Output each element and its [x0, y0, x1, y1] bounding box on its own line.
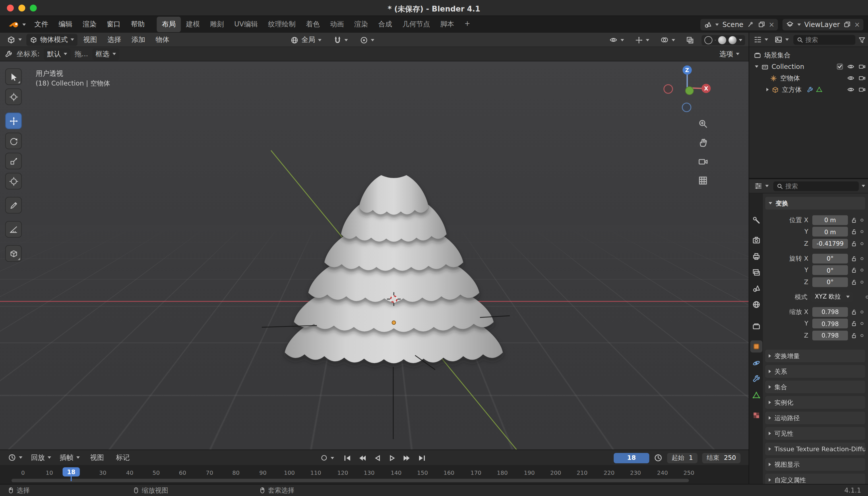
animate-dot[interactable] — [861, 218, 864, 221]
animate-dot[interactable] — [861, 322, 864, 325]
section-collections[interactable]: 集合 — [765, 381, 865, 393]
section-motion-paths[interactable]: 运动路径 — [765, 412, 865, 424]
timeline-view-menu[interactable]: 视图 — [85, 450, 109, 465]
timecode-icon[interactable] — [654, 453, 663, 462]
shading-material-button[interactable] — [718, 36, 726, 44]
animate-dot[interactable] — [861, 230, 864, 233]
section-tissue[interactable]: Tissue Texture Reaction-Diffusion — [765, 443, 865, 455]
new-scene-icon[interactable] — [758, 21, 765, 28]
menu-help[interactable]: 帮助 — [126, 17, 150, 32]
play-reverse-button[interactable] — [372, 453, 382, 463]
move-tool[interactable] — [5, 112, 22, 129]
tab-data[interactable] — [750, 389, 762, 401]
workspace-tab-texture-paint[interactable]: 纹理绘制 — [263, 17, 301, 32]
tab-view-layer[interactable] — [750, 266, 762, 278]
gizmo-x-neg-axis[interactable] — [664, 85, 672, 93]
filter-icon[interactable] — [858, 36, 866, 43]
outliner-row-empty[interactable]: 空物体 — [749, 72, 868, 84]
drag-mode-dropdown[interactable]: 框选 — [92, 48, 119, 60]
workspace-tab-compositing[interactable]: 合成 — [373, 17, 397, 32]
shading-rendered-button[interactable] — [728, 36, 737, 44]
workspace-tab-geometry-nodes[interactable]: 几何节点 — [397, 17, 435, 32]
hide-viewport-icon[interactable] — [847, 86, 855, 93]
timeline-marker-menu[interactable]: 标记 — [111, 450, 135, 465]
lock-icon[interactable] — [851, 279, 857, 285]
tab-object[interactable] — [750, 340, 762, 353]
animate-dot[interactable] — [861, 242, 864, 245]
timeline-scrollbar[interactable] — [12, 479, 689, 482]
menu-window[interactable]: 窗口 — [102, 17, 126, 32]
outliner-row-scene-collection[interactable]: 场景集合 — [749, 49, 868, 61]
auto-key-toggle[interactable] — [317, 453, 338, 463]
pan-hand-button[interactable] — [696, 136, 710, 149]
add-cube-tool[interactable] — [5, 245, 22, 262]
transform-tool[interactable] — [5, 173, 22, 189]
menu-select[interactable]: 选择 — [103, 33, 126, 46]
menu-edit[interactable]: 编辑 — [53, 17, 78, 32]
annotate-tool[interactable] — [5, 197, 22, 214]
select-box-tool[interactable] — [5, 68, 22, 85]
object-origin-dot[interactable] — [392, 321, 396, 325]
properties-search[interactable] — [773, 181, 859, 191]
xray-toggle[interactable] — [683, 35, 698, 45]
collection-expand-icon[interactable] — [755, 65, 758, 68]
ortho-toggle-button[interactable] — [696, 173, 710, 187]
lock-icon[interactable] — [851, 309, 857, 315]
pin-icon[interactable] — [747, 21, 754, 28]
snap-toggle[interactable] — [330, 35, 351, 45]
lock-icon[interactable] — [851, 240, 857, 247]
tab-scene[interactable] — [750, 282, 762, 294]
shading-solid-button[interactable] — [715, 39, 716, 41]
cursor-tool[interactable] — [5, 89, 22, 105]
location-y-field[interactable]: 0 m — [812, 227, 848, 236]
mode-dropdown[interactable]: 物体模式 — [27, 34, 78, 46]
jump-to-end-button[interactable] — [417, 453, 427, 463]
properties-search-input[interactable] — [785, 182, 855, 190]
scene-selector[interactable]: Scene × — [701, 19, 778, 30]
blender-logo-icon[interactable] — [4, 19, 29, 30]
tool-options-dropdown[interactable]: 选项 — [716, 48, 743, 60]
new-viewlayer-icon[interactable] — [843, 21, 851, 28]
scale-x-field[interactable]: 0.798 — [812, 307, 848, 316]
animate-dot[interactable] — [861, 257, 864, 260]
tab-world[interactable] — [750, 298, 762, 311]
camera-view-button[interactable] — [696, 154, 710, 168]
tab-tool[interactable] — [750, 214, 762, 226]
viewlayer-selector[interactable]: ViewLayer × — [782, 19, 864, 30]
shading-options-caret[interactable] — [739, 39, 742, 41]
measure-tool[interactable] — [5, 221, 22, 238]
orientation-dropdown[interactable]: 全局 — [287, 34, 325, 46]
tab-modifiers[interactable] — [750, 373, 762, 385]
scale-z-field[interactable]: 0.798 — [812, 330, 848, 340]
shading-wireframe-button[interactable] — [704, 36, 712, 44]
section-viewport-display[interactable]: 视图显示 — [765, 458, 865, 471]
play-button[interactable] — [387, 453, 397, 463]
next-keyframe-button[interactable] — [402, 453, 412, 463]
rotation-y-field[interactable]: 0° — [812, 265, 848, 275]
workspace-tab-sculpting[interactable]: 雕刻 — [205, 17, 229, 32]
rotation-x-field[interactable]: 0° — [812, 253, 848, 263]
animate-dot[interactable] — [861, 269, 864, 272]
menu-add[interactable]: 添加 — [127, 33, 150, 46]
navigation-gizmo[interactable]: Z X — [663, 64, 712, 113]
menu-view[interactable]: 视图 — [79, 33, 102, 46]
animate-dot[interactable] — [861, 334, 864, 337]
workspace-tab-layout[interactable]: 布局 — [157, 17, 181, 32]
visibility-dropdown[interactable] — [606, 35, 627, 45]
outliner-row-cube[interactable]: 立方体 — [749, 84, 868, 95]
section-visibility[interactable]: 可见性 — [765, 427, 865, 440]
lock-icon[interactable] — [851, 229, 857, 235]
disable-render-icon[interactable] — [858, 75, 866, 81]
menu-object[interactable]: 物体 — [151, 33, 174, 46]
workspace-tab-modeling[interactable]: 建模 — [181, 17, 205, 32]
current-frame-badge[interactable]: 18 — [63, 467, 80, 477]
tab-physics[interactable] — [750, 357, 762, 369]
workspace-tab-rendering[interactable]: 渲染 — [349, 17, 373, 32]
section-custom-properties[interactable]: 自定义属性 — [765, 474, 865, 484]
rotate-tool[interactable] — [5, 133, 22, 149]
lock-icon[interactable] — [851, 267, 857, 273]
animate-dot[interactable] — [861, 280, 864, 283]
keying-menu[interactable]: 插帧 — [56, 451, 83, 464]
prev-keyframe-button[interactable] — [357, 453, 368, 463]
outliner-search[interactable] — [793, 35, 855, 45]
